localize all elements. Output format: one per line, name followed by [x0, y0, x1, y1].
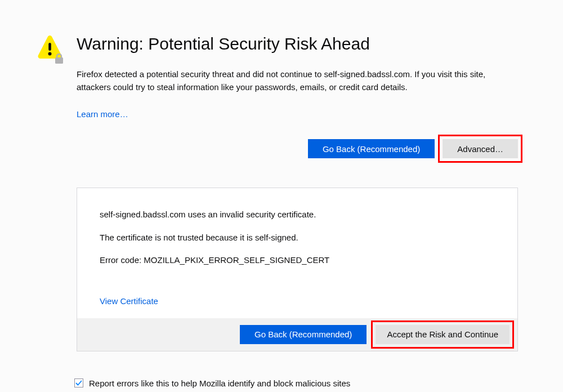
cert-invalid-text: self-signed.badssl.com uses an invalid s… — [100, 208, 495, 221]
go-back-button[interactable]: Go Back (Recommended) — [308, 139, 435, 158]
advanced-button-highlight: Advanced… — [438, 135, 522, 163]
accept-risk-highlight: Accept the Risk and Continue — [371, 320, 514, 349]
advanced-button[interactable]: Advanced… — [443, 139, 518, 158]
cert-not-trusted-text: The certificate is not trusted because i… — [100, 231, 495, 244]
svg-rect-2 — [55, 57, 63, 64]
warning-description: Firefox detected a potential security th… — [77, 68, 518, 93]
warning-lock-icon — [35, 56, 64, 66]
advanced-panel: self-signed.badssl.com uses an invalid s… — [77, 188, 518, 351]
report-errors-label: Report errors like this to help Mozilla … — [89, 378, 350, 388]
page-title: Warning: Potential Security Risk Ahead — [77, 33, 518, 55]
go-back-button-panel[interactable]: Go Back (Recommended) — [240, 325, 367, 344]
accept-risk-button[interactable]: Accept the Risk and Continue — [376, 325, 510, 344]
svg-rect-0 — [48, 43, 51, 51]
view-certificate-link[interactable]: View Certificate — [100, 296, 158, 306]
svg-point-1 — [48, 52, 52, 56]
report-errors-checkbox[interactable] — [74, 378, 83, 387]
error-code-text: Error code: MOZILLA_PKIX_ERROR_SELF_SIGN… — [100, 254, 495, 267]
learn-more-link[interactable]: Learn more… — [77, 109, 128, 119]
